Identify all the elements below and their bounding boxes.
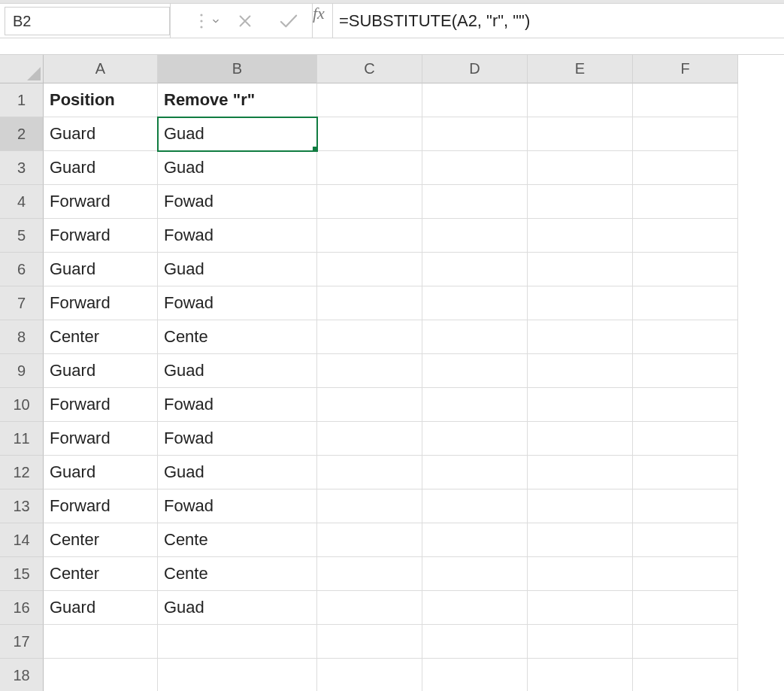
cell-F6[interactable] — [633, 253, 738, 286]
cell-C12[interactable] — [317, 456, 422, 489]
cell-A5[interactable]: Forward — [44, 219, 158, 253]
cell-E12[interactable] — [528, 456, 633, 489]
cell-B11[interactable]: Fowad — [158, 422, 317, 456]
cell-F4[interactable] — [633, 185, 738, 219]
cell-D4[interactable] — [422, 185, 528, 219]
row-header-13[interactable]: 13 — [0, 489, 44, 523]
cell-D10[interactable] — [422, 388, 528, 422]
cell-B9[interactable]: Guad — [158, 354, 317, 388]
cell-B2[interactable]: Guad — [158, 117, 317, 151]
cell-F13[interactable] — [633, 489, 738, 523]
row-header-18[interactable]: 18 — [0, 659, 44, 691]
cell-D2[interactable] — [422, 117, 528, 151]
row-header-3[interactable]: 3 — [0, 151, 44, 185]
cell-E7[interactable] — [528, 286, 633, 320]
cell-F8[interactable] — [633, 320, 738, 354]
cell-A14[interactable]: Center — [44, 523, 158, 557]
cell-A16[interactable]: Guard — [44, 591, 158, 625]
cell-D13[interactable] — [422, 489, 528, 523]
cell-F15[interactable] — [633, 557, 738, 591]
cell-A15[interactable]: Center — [44, 557, 158, 591]
cell-C6[interactable] — [317, 253, 422, 286]
cell-B17[interactable] — [158, 625, 317, 659]
cell-C4[interactable] — [317, 185, 422, 219]
row-header-16[interactable]: 16 — [0, 591, 44, 625]
cell-D9[interactable] — [422, 354, 528, 388]
cell-B12[interactable]: Guad — [158, 456, 317, 489]
cell-E5[interactable] — [528, 219, 633, 253]
cell-D6[interactable] — [422, 253, 528, 286]
row-header-17[interactable]: 17 — [0, 625, 44, 659]
cell-A2[interactable]: Guard — [44, 117, 158, 151]
cell-A4[interactable]: Forward — [44, 185, 158, 219]
cell-A9[interactable]: Guard — [44, 354, 158, 388]
cell-A11[interactable]: Forward — [44, 422, 158, 456]
row-header-7[interactable]: 7 — [0, 286, 44, 320]
cell-E17[interactable] — [528, 625, 633, 659]
cell-E9[interactable] — [528, 354, 633, 388]
cell-D7[interactable] — [422, 286, 528, 320]
more-icon[interactable] — [190, 10, 213, 32]
cell-E4[interactable] — [528, 185, 633, 219]
cell-B14[interactable]: Cente — [158, 523, 317, 557]
cell-E1[interactable] — [528, 83, 633, 117]
cell-E10[interactable] — [528, 388, 633, 422]
row-header-5[interactable]: 5 — [0, 219, 44, 253]
cell-D14[interactable] — [422, 523, 528, 557]
cell-A1[interactable]: Position — [44, 83, 158, 117]
cell-C15[interactable] — [317, 557, 422, 591]
select-all-triangle[interactable] — [0, 55, 44, 83]
check-icon[interactable] — [277, 10, 300, 32]
cell-B1[interactable]: Remove "r" — [158, 83, 317, 117]
cell-D15[interactable] — [422, 557, 528, 591]
cell-C10[interactable] — [317, 388, 422, 422]
formula-input[interactable] — [333, 4, 784, 38]
cell-F1[interactable] — [633, 83, 738, 117]
fx-icon[interactable]: fx — [313, 4, 332, 38]
cell-F16[interactable] — [633, 591, 738, 625]
row-header-6[interactable]: 6 — [0, 253, 44, 286]
cell-E14[interactable] — [528, 523, 633, 557]
cell-C13[interactable] — [317, 489, 422, 523]
cell-F17[interactable] — [633, 625, 738, 659]
cell-F5[interactable] — [633, 219, 738, 253]
cell-C17[interactable] — [317, 625, 422, 659]
column-header-D[interactable]: D — [422, 55, 528, 83]
cell-F9[interactable] — [633, 354, 738, 388]
cell-E11[interactable] — [528, 422, 633, 456]
cell-B16[interactable]: Guad — [158, 591, 317, 625]
cell-F11[interactable] — [633, 422, 738, 456]
cancel-icon[interactable] — [234, 10, 256, 32]
cell-D12[interactable] — [422, 456, 528, 489]
cell-F14[interactable] — [633, 523, 738, 557]
cell-E8[interactable] — [528, 320, 633, 354]
column-header-B[interactable]: B — [158, 55, 317, 83]
name-box[interactable] — [5, 7, 170, 35]
cell-B15[interactable]: Cente — [158, 557, 317, 591]
cell-C7[interactable] — [317, 286, 422, 320]
row-header-11[interactable]: 11 — [0, 422, 44, 456]
cell-D1[interactable] — [422, 83, 528, 117]
cell-A6[interactable]: Guard — [44, 253, 158, 286]
cell-A17[interactable] — [44, 625, 158, 659]
row-header-10[interactable]: 10 — [0, 388, 44, 422]
cell-E18[interactable] — [528, 659, 633, 691]
cell-B18[interactable] — [158, 659, 317, 691]
cell-F2[interactable] — [633, 117, 738, 151]
cell-A7[interactable]: Forward — [44, 286, 158, 320]
cell-C3[interactable] — [317, 151, 422, 185]
cell-A10[interactable]: Forward — [44, 388, 158, 422]
row-header-12[interactable]: 12 — [0, 456, 44, 489]
cell-C5[interactable] — [317, 219, 422, 253]
cell-B8[interactable]: Cente — [158, 320, 317, 354]
column-header-C[interactable]: C — [317, 55, 422, 83]
row-header-15[interactable]: 15 — [0, 557, 44, 591]
cell-E13[interactable] — [528, 489, 633, 523]
cell-F3[interactable] — [633, 151, 738, 185]
cell-F7[interactable] — [633, 286, 738, 320]
cell-E6[interactable] — [528, 253, 633, 286]
cell-C11[interactable] — [317, 422, 422, 456]
cell-B7[interactable]: Fowad — [158, 286, 317, 320]
row-header-8[interactable]: 8 — [0, 320, 44, 354]
row-header-14[interactable]: 14 — [0, 523, 44, 557]
